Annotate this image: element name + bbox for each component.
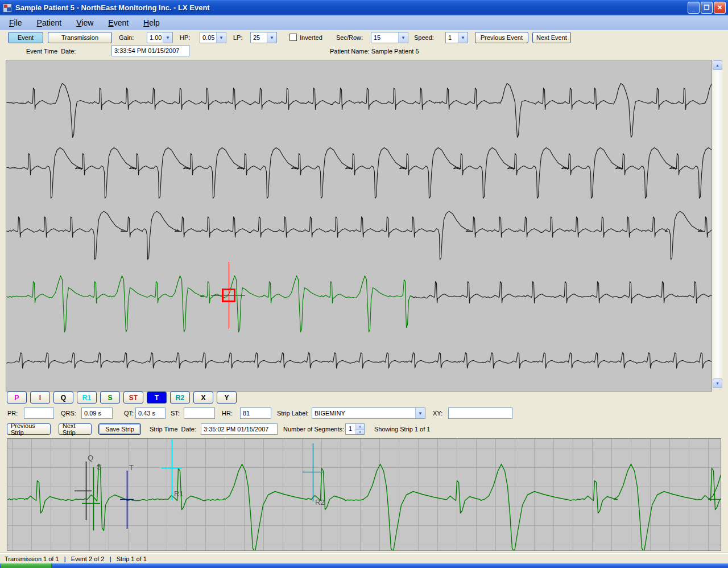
window-title: Sample Patient 5 - NorthEast Monitoring …	[15, 3, 210, 12]
marker-button-r2[interactable]: R2	[170, 392, 190, 404]
ecg-traces-canvas[interactable]	[6, 60, 712, 391]
marker-button-r1[interactable]: R1	[77, 392, 97, 404]
gain-select[interactable]: 1.00▼	[147, 32, 173, 43]
minimize-button[interactable]: _	[688, 2, 700, 14]
marker-button-y[interactable]: Y	[217, 392, 237, 404]
xy-label: XY:	[433, 408, 442, 419]
inverted-label: Inverted	[300, 32, 322, 43]
previous-event-button[interactable]: Previous Event	[475, 32, 528, 43]
chevron-down-icon[interactable]: ▼	[415, 408, 425, 418]
menu-event[interactable]: Event	[108, 18, 129, 27]
event-toggle-button[interactable]: Event	[8, 32, 43, 43]
marker-button-t-selected[interactable]: T	[147, 392, 167, 404]
speed-select[interactable]: 1▼	[445, 32, 468, 43]
pr-label: PR:	[7, 408, 18, 419]
chevron-down-icon[interactable]: ▼	[398, 32, 408, 43]
segments-spinner[interactable]: 1 ▲▼	[345, 423, 365, 435]
showing-strip-label: Showing Strip 1 of 1	[374, 423, 430, 435]
title-bar: Sample Patient 5 - NorthEast Monitoring …	[0, 0, 728, 15]
strip-time-label: Strip Time Date:	[150, 423, 196, 435]
qrs-label: QRS:	[61, 408, 76, 419]
hp-select[interactable]: 0.05▼	[200, 32, 226, 43]
marker-button-i[interactable]: I	[30, 392, 50, 404]
ecg-display-area	[6, 60, 712, 392]
next-strip-button[interactable]: Next Strip	[59, 423, 92, 435]
lx-event-window: Sample Patient 5 - NorthEast Monitoring …	[0, 0, 728, 568]
secrow-label: Sec/Row:	[336, 32, 363, 43]
app-icon	[3, 3, 12, 13]
chevron-down-icon[interactable]: ▼	[163, 32, 172, 43]
next-event-button[interactable]: Next Event	[532, 32, 571, 43]
menu-file[interactable]: File	[9, 18, 22, 27]
menu-bar: File Patient View Event Help	[0, 15, 728, 30]
start-button[interactable]	[1, 563, 52, 568]
st-label: ST:	[171, 408, 180, 419]
taskbar[interactable]	[0, 563, 728, 568]
save-strip-button[interactable]: Save Strip	[98, 423, 141, 435]
menu-patient[interactable]: Patient	[37, 18, 62, 27]
spinner-up-icon[interactable]: ▲	[356, 424, 364, 430]
qt-field[interactable]: 0.43 s	[135, 408, 166, 419]
inverted-checkbox[interactable]	[289, 34, 297, 41]
hr-label: HR:	[222, 408, 233, 419]
chevron-down-icon[interactable]: ▼	[216, 32, 226, 43]
chevron-down-icon[interactable]: ▼	[267, 32, 276, 43]
strip-canvas[interactable]	[7, 439, 721, 550]
toolbar: Event Transmission Gain: 1.00▼ HP: 0.05▼…	[0, 30, 728, 59]
segments-label: Number of Segments:	[283, 423, 344, 435]
strip-display-area	[7, 438, 721, 551]
speed-label: Speed:	[414, 32, 434, 43]
marker-button-p[interactable]: P	[7, 392, 27, 404]
marker-button-x[interactable]: X	[193, 392, 213, 404]
event-time-label: Event Time Date:	[26, 46, 76, 57]
pr-field[interactable]	[24, 408, 54, 419]
chevron-down-icon[interactable]: ▼	[458, 32, 468, 43]
menu-help[interactable]: Help	[143, 18, 160, 27]
status-bar: Transmission 1 of 1 | Event 2 of 2 | Str…	[0, 553, 728, 564]
patient-name-label: Patient Name: Sample Patient 5	[330, 46, 419, 57]
event-time-field[interactable]: 3:33:54 PM 01/15/2007	[111, 45, 189, 56]
lp-select[interactable]: 25▼	[250, 32, 277, 43]
strip-label-label: Strip Label:	[277, 408, 309, 419]
strip-label-select[interactable]: BIGEMINY▼	[312, 408, 425, 419]
ecg-scrollbar[interactable]: ▲ ▼	[713, 60, 722, 388]
gain-label: Gain:	[119, 32, 134, 43]
strip-time-field[interactable]: 3:35:02 PM 01/15/2007	[201, 423, 278, 435]
scroll-up-icon[interactable]: ▲	[713, 60, 722, 70]
marker-button-st[interactable]: ST	[123, 392, 143, 404]
scroll-down-icon[interactable]: ▼	[713, 378, 722, 388]
xy-field[interactable]	[448, 408, 512, 419]
marker-button-s[interactable]: S	[100, 392, 120, 404]
menu-view[interactable]: View	[76, 18, 93, 27]
st-field[interactable]	[184, 408, 215, 419]
previous-strip-button[interactable]: Previous Strip	[7, 423, 51, 435]
transmission-toggle-button[interactable]: Transmission	[48, 32, 112, 43]
hr-field[interactable]: 81	[240, 408, 271, 419]
hp-label: HP:	[180, 32, 190, 43]
qt-label: QT:	[124, 408, 134, 419]
qrs-field[interactable]: 0.09 s	[81, 408, 113, 419]
restore-button[interactable]: ❐	[701, 2, 713, 14]
status-text: Transmission 1 of 1 | Event 2 of 2 | Str…	[5, 555, 147, 562]
close-button[interactable]: ✕	[714, 2, 726, 14]
spinner-down-icon[interactable]: ▼	[356, 430, 364, 435]
marker-button-q[interactable]: Q	[53, 392, 73, 404]
lp-label: LP:	[233, 32, 243, 43]
secrow-select[interactable]: 15▼	[371, 32, 408, 43]
